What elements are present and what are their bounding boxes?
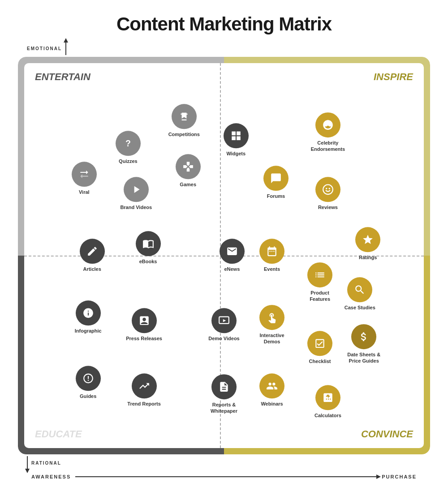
item-label-ratings: Ratings	[359, 255, 377, 261]
svg-point-6	[326, 188, 327, 189]
item-label-interactive-demos: Interactive Demos	[252, 332, 292, 345]
item-label-events: Events	[264, 266, 280, 272]
item-circle-forums	[263, 166, 289, 191]
item-label-calculators: Calculators	[314, 412, 341, 419]
item-enews: eNews	[212, 239, 252, 272]
item-competitions: Competitions	[164, 104, 204, 137]
item-circle-webinars	[259, 373, 284, 398]
svg-rect-4	[237, 136, 241, 140]
item-events: Events	[252, 239, 292, 272]
item-forums: Forums	[256, 166, 296, 199]
emotional-label: EMOTIONAL	[27, 46, 62, 51]
purchase-label: PURCHASE	[382, 474, 417, 479]
item-reports: Reports & Whitepaper	[204, 374, 244, 415]
item-circle-widgets	[224, 123, 249, 148]
item-circle-viral	[72, 162, 97, 187]
item-celebrity: Celebrity Endorsements	[308, 112, 348, 153]
item-circle-interactive-demos	[259, 305, 284, 330]
item-circle-case-studies	[347, 277, 372, 302]
matrix-inner: ENTERTAIN INSPIRE EDUCATE CONVINCE ?Quiz…	[24, 63, 424, 448]
item-label-press-releases: Press Releases	[126, 335, 162, 342]
svg-text:?: ?	[125, 138, 131, 148]
item-label-reviews: Reviews	[318, 205, 338, 211]
item-reviews: Reviews	[308, 177, 348, 211]
item-product-features: Product Features	[300, 262, 340, 303]
item-infographic: Infographic	[68, 300, 108, 334]
item-widgets: Widgets	[216, 123, 256, 157]
item-label-product-features: Product Features	[300, 290, 340, 303]
item-press-releases: Press Releases	[124, 308, 164, 342]
item-circle-celebrity	[315, 112, 340, 137]
item-label-competitions: Competitions	[168, 131, 200, 137]
svg-rect-1	[232, 132, 236, 136]
item-circle-ratings	[355, 227, 380, 252]
item-label-webinars: Webinars	[261, 401, 283, 407]
item-label-games: Games	[180, 181, 196, 188]
rational-label: RATIONAL	[31, 461, 61, 466]
item-circle-checklist	[307, 331, 332, 356]
item-demo-videos: Demo Videos	[204, 308, 244, 342]
item-checklist: Checklist	[300, 331, 340, 365]
item-circle-press-releases	[132, 308, 157, 333]
item-guides: Guides	[68, 366, 108, 399]
svg-rect-2	[237, 132, 241, 136]
item-case-studies: Case Studies	[340, 277, 380, 311]
item-label-ebooks: eBooks	[139, 258, 157, 265]
item-circle-trend-reports	[132, 373, 157, 398]
item-label-widgets: Widgets	[226, 150, 246, 157]
item-circle-guides	[76, 366, 101, 391]
item-circle-enews	[220, 239, 245, 264]
awareness-label: AWARENESS	[31, 474, 71, 479]
item-label-guides: Guides	[80, 393, 96, 399]
item-circle-date-sheets	[351, 324, 376, 349]
item-label-demo-videos: Demo Videos	[208, 335, 240, 342]
svg-rect-3	[232, 136, 236, 140]
item-circle-events	[259, 239, 284, 264]
quadrant-label-inspire: INSPIRE	[374, 71, 413, 83]
item-label-checklist: Checklist	[309, 359, 331, 365]
item-label-trend-reports: Trend Reports	[127, 401, 161, 407]
page-title: Content Marketing Matrix	[4, 4, 444, 42]
item-quizzes: ?Quizzes	[108, 131, 148, 165]
item-label-case-studies: Case Studies	[345, 304, 375, 311]
item-circle-reviews	[315, 177, 340, 202]
item-circle-articles	[80, 239, 105, 264]
item-label-articles: Articles	[83, 266, 101, 272]
item-label-quizzes: Quizzes	[119, 158, 138, 165]
item-label-reports: Reports & Whitepaper	[204, 402, 244, 415]
quadrant-label-educate: EDUCATE	[35, 428, 82, 440]
item-circle-brand-videos	[124, 177, 149, 202]
item-label-viral: Viral	[79, 189, 90, 195]
svg-marker-9	[223, 319, 226, 322]
item-label-brand-videos: Brand Videos	[120, 205, 152, 211]
item-circle-quizzes: ?	[116, 131, 141, 156]
page-wrapper: Content Marketing Matrix EMOTIONAL	[4, 4, 444, 479]
x-axis-arrow	[75, 476, 377, 477]
item-circle-competitions	[172, 104, 197, 129]
matrix-container: ENTERTAIN INSPIRE EDUCATE CONVINCE ?Quiz…	[18, 57, 430, 454]
item-circle-infographic	[76, 300, 101, 325]
item-calculators: Calculators	[308, 385, 348, 419]
item-label-infographic: Infographic	[75, 328, 102, 334]
item-circle-demo-videos	[211, 308, 237, 333]
svg-point-5	[323, 185, 333, 195]
item-circle-reports	[211, 374, 237, 399]
item-viral: Viral	[64, 162, 104, 195]
item-label-enews: eNews	[224, 266, 240, 272]
item-webinars: Webinars	[252, 373, 292, 407]
item-interactive-demos: Interactive Demos	[252, 305, 292, 345]
item-games: Games	[168, 154, 208, 188]
item-ebooks: eBooks	[128, 231, 168, 265]
item-circle-ebooks	[136, 231, 161, 256]
item-label-celebrity: Celebrity Endorsements	[308, 140, 348, 153]
item-circle-games	[176, 154, 201, 179]
item-circle-calculators	[315, 385, 340, 410]
item-date-sheets: Date Sheets & Price Guides	[344, 324, 384, 364]
x-axis: AWARENESS PURCHASE	[18, 470, 430, 479]
svg-point-7	[329, 188, 330, 189]
quadrant-label-entertain: ENTERTAIN	[35, 71, 90, 83]
item-label-forums: Forums	[267, 193, 285, 199]
item-articles: Articles	[72, 239, 112, 272]
item-label-date-sheets: Date Sheets & Price Guides	[344, 351, 384, 364]
item-trend-reports: Trend Reports	[124, 373, 164, 407]
